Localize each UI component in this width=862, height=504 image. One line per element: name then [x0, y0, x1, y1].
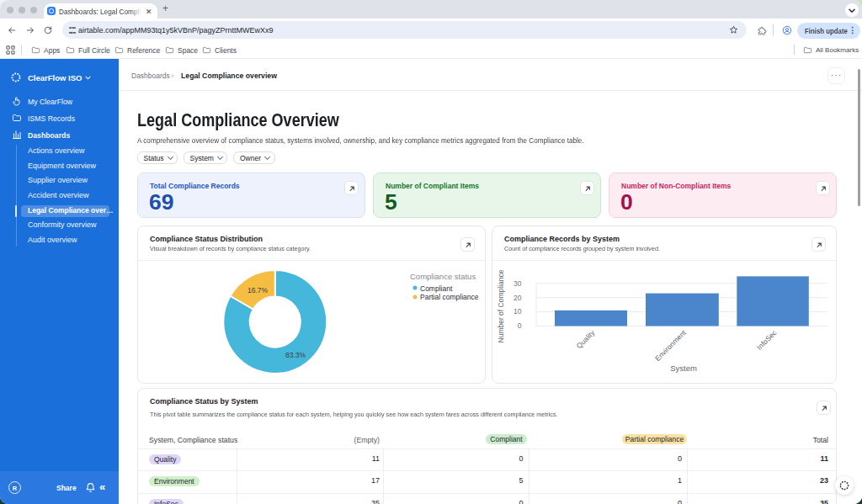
svg-text:Compliance status: Compliance status [410, 272, 476, 281]
svg-text:InfoSec: InfoSec [755, 328, 779, 352]
svg-text:Quality: Quality [575, 328, 597, 350]
svg-text:Number of Compliance: Number of Compliance [497, 269, 505, 342]
svg-text:30: 30 [513, 279, 522, 288]
svg-text:83.3%: 83.3% [285, 351, 306, 359]
svg-text:Partial compliance: Partial compliance [420, 293, 479, 301]
svg-text:System: System [670, 363, 697, 373]
svg-text:16.7%: 16.7% [247, 286, 269, 294]
svg-text:20: 20 [513, 294, 522, 302]
svg-text:Environment: Environment [653, 328, 688, 363]
svg-text:0: 0 [518, 321, 522, 330]
svg-text:Compliant: Compliant [420, 284, 453, 293]
svg-text:10: 10 [513, 307, 522, 316]
